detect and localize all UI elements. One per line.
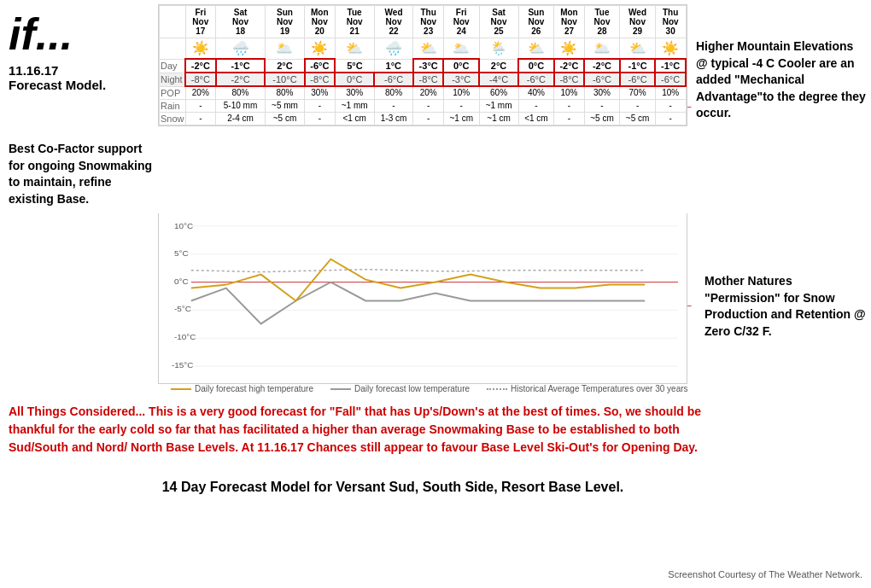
night-temp-0: -8°C — [185, 73, 216, 86]
pop-9: 40% — [518, 86, 554, 99]
header-day-10: MonNov27 — [554, 6, 585, 38]
rain-1: 5-10 mm — [216, 99, 266, 112]
header-day-6: ThuNov23 — [413, 6, 444, 38]
night-temp-row: Night -8°C-2°C-10°C-8°C0°C-6°C-8°C-3°C-4… — [160, 73, 687, 86]
icon-row: ☀️🌧️🌥️☀️⛅🌧️⛅🌥️🌦️⛅☀️🌥️⛅☀️ — [160, 38, 687, 60]
pop-11: 30% — [584, 86, 620, 99]
night-temp-8: -4°C — [479, 73, 518, 86]
snow-9: <1 cm — [518, 112, 554, 125]
legend-historical: Historical Average Temperatures over 30 … — [487, 384, 688, 393]
day-temp-9: 0°C — [518, 59, 554, 73]
bottom-title: 14 Day Forecast Model for Versant Sud, S… — [9, 480, 777, 495]
rain-4: ~1 mm — [335, 99, 374, 112]
day-temp-2: 2°C — [265, 59, 304, 73]
day-temp-4: 5°C — [335, 59, 374, 73]
snow-12: ~5 cm — [620, 112, 656, 125]
rain-11: - — [584, 99, 620, 112]
pop-2: 80% — [265, 86, 304, 99]
legend-historical-label: Historical Average Temperatures over 30 … — [511, 384, 688, 393]
night-temp-9: -6°C — [518, 73, 554, 86]
day-temp-11: -2°C — [584, 59, 620, 73]
icon-9: ⛅ — [518, 38, 554, 60]
pop-4: 30% — [335, 86, 374, 99]
night-temp-1: -2°C — [216, 73, 266, 86]
svg-text:-5°C: -5°C — [174, 304, 191, 313]
chart-legend: Daily forecast high temperature Daily fo… — [171, 384, 688, 393]
day-temp-10: -2°C — [554, 59, 585, 73]
header-day-4: TueNov21 — [335, 6, 374, 38]
rain-10: - — [554, 99, 585, 112]
svg-text:10°C: 10°C — [174, 221, 193, 230]
header-day-7: FriNov24 — [443, 6, 479, 38]
rain-6: - — [413, 99, 444, 112]
pop-5: 80% — [374, 86, 413, 99]
icon-7: 🌥️ — [443, 38, 479, 60]
pop-12: 70% — [620, 86, 656, 99]
snow-6: - — [413, 112, 444, 125]
icon-2: 🌥️ — [265, 38, 304, 60]
rain-3: - — [305, 99, 336, 112]
pop-3: 30% — [305, 86, 336, 99]
icon-1: 🌧️ — [216, 38, 266, 60]
snow-2: ~5 cm — [265, 112, 304, 125]
day-temp-12: -1°C — [620, 59, 656, 73]
weather-table-wrapper: FriNov17SatNov18SunNov19MonNov20TueNov21… — [158, 4, 687, 126]
pop-1: 80% — [216, 86, 266, 99]
day-temp-8: 2°C — [479, 59, 518, 73]
night-temp-13: -6°C — [655, 73, 686, 86]
pop-7: 10% — [443, 86, 479, 99]
snow-10: - — [554, 112, 585, 125]
header-day-12: WedNov29 — [620, 6, 656, 38]
pop-8: 60% — [479, 86, 518, 99]
snow-0: - — [185, 112, 216, 125]
rain-5: - — [374, 99, 413, 112]
snow-7: ~1 cm — [443, 112, 479, 125]
header-day-2: SunNov19 — [265, 6, 304, 38]
right-note-top: Higher Mountain Elevations @ typical -4 … — [696, 38, 867, 122]
legend-low-label: Daily forecast low temperature — [354, 384, 470, 393]
snow-13: - — [655, 112, 686, 125]
day-temp-3: -6°C — [305, 59, 336, 73]
icon-13: ☀️ — [655, 38, 686, 60]
header-day-11: TueNov28 — [584, 6, 620, 38]
night-temp-6: -8°C — [413, 73, 444, 86]
svg-text:-10°C: -10°C — [174, 332, 196, 341]
snow-11: ~5 cm — [584, 112, 620, 125]
night-temp-5: -6°C — [374, 73, 413, 86]
rain-7: - — [443, 99, 479, 112]
night-temp-12: -6°C — [620, 73, 656, 86]
night-temp-11: -6°C — [584, 73, 620, 86]
day-temp-1: -1°C — [216, 59, 266, 73]
day-temp-0: -2°C — [185, 59, 216, 73]
night-temp-7: -3°C — [443, 73, 479, 86]
icon-11: 🌥️ — [584, 38, 620, 60]
rain-0: - — [185, 99, 216, 112]
icon-10: ☀️ — [554, 38, 585, 60]
night-temp-3: -8°C — [305, 73, 336, 86]
icon-3: ☀️ — [305, 38, 336, 60]
legend-high: Daily forecast high temperature — [171, 384, 313, 393]
main-title: if... — [9, 9, 106, 60]
pop-6: 20% — [413, 86, 444, 99]
pop-10: 10% — [554, 86, 585, 99]
legend-low: Daily forecast low temperature — [330, 384, 470, 393]
night-temp-4: 0°C — [335, 73, 374, 86]
header-day-8: SatNov25 — [479, 6, 518, 38]
subtitle-date: 11.16.17 — [9, 63, 106, 78]
temperature-chart: 10°C 5°C 0°C -5°C -10°C -15°C — [159, 213, 687, 383]
icon-5: 🌧️ — [374, 38, 413, 60]
header-day-9: SunNov26 — [518, 6, 554, 38]
rain-9: - — [518, 99, 554, 112]
night-temp-2: -10°C — [265, 73, 304, 86]
snow-8: ~1 cm — [479, 112, 518, 125]
header-day-3: MonNov20 — [305, 6, 336, 38]
day-temp-6: -3°C — [413, 59, 444, 73]
legend-high-label: Daily forecast high temperature — [195, 384, 313, 393]
snow-3: - — [305, 112, 336, 125]
header-day-5: WedNov22 — [374, 6, 413, 38]
subtitle-model: Forecast Model. — [9, 78, 106, 92]
right-note-bottom: Mother Natures "Permission" for Snow Pro… — [704, 273, 867, 340]
pop-13: 10% — [655, 86, 686, 99]
day-temp-13: -1°C — [655, 59, 686, 73]
pop-0: 20% — [185, 86, 216, 99]
